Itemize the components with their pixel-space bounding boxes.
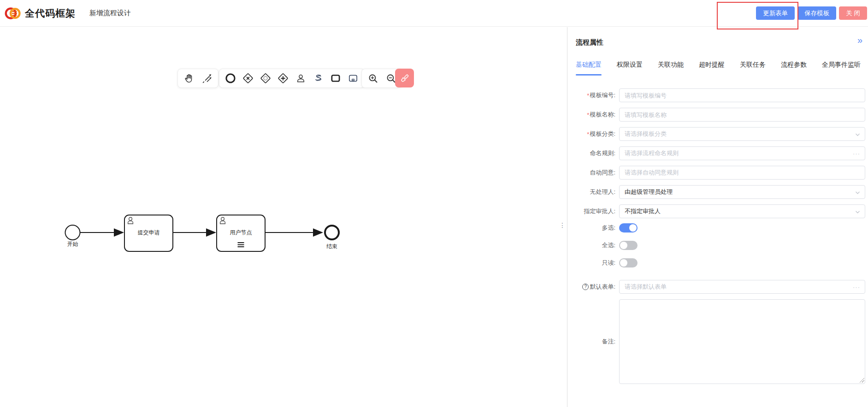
header-actions: 更新表单 保存模板 关 闭 xyxy=(756,6,867,20)
form-row: 自动同意: 请选择自动同意规则 xyxy=(576,166,865,180)
field-label: *模板分类: xyxy=(576,130,615,138)
form-row: 无处理人: 由超级管理员处理 xyxy=(576,185,865,199)
update-form-button[interactable]: 更新表单 xyxy=(756,6,795,20)
intermediate-event-gateway-icon[interactable] xyxy=(260,72,272,84)
template-code-input[interactable] xyxy=(619,88,865,102)
tab-related-function[interactable]: 关联功能 xyxy=(658,61,684,73)
tab-related-task[interactable]: 关联任务 xyxy=(740,61,766,73)
default-form-picker[interactable]: 请选择默认表单 ··· xyxy=(619,280,865,294)
start-event-node[interactable] xyxy=(65,225,80,240)
field-label: 指定审批人: xyxy=(576,207,615,215)
connection-tool-icon[interactable] xyxy=(201,72,213,84)
toolbar-group-cursor xyxy=(177,69,218,88)
form-row: ? 默认表单: 请选择默认表单 ··· xyxy=(576,280,865,294)
panel-tabs: 基础配置 权限设置 关联功能 超时提醒 关联任务 流程参数 全局事件监听 xyxy=(576,61,861,73)
start-event-icon[interactable] xyxy=(224,72,236,84)
form-row: *模板分类: 请选择模板分类 xyxy=(576,127,865,141)
multi-select-toggle[interactable] xyxy=(619,223,638,233)
task-icon[interactable] xyxy=(330,72,342,84)
form-row: 全选: xyxy=(576,237,865,254)
chevron-down-icon xyxy=(855,209,860,215)
task-label-user: 用户节点 xyxy=(230,229,252,236)
form-row: 命名规则: 请选择流程命名规则 ··· xyxy=(576,146,865,160)
no-handler-select[interactable]: 由超级管理员处理 xyxy=(619,185,865,199)
field-label: 无处理人: xyxy=(576,188,615,196)
template-name-input[interactable] xyxy=(619,108,865,122)
scroll-shape-icon[interactable] xyxy=(312,72,324,84)
basic-config-form: *模板编号: *模板名称: *模板分类: 请选择模板分类 命名规则: 请选择流程… xyxy=(576,88,865,390)
chevron-down-icon xyxy=(855,190,860,195)
tab-process-params[interactable]: 流程参数 xyxy=(781,61,807,73)
field-label: 多选: xyxy=(576,224,615,232)
field-label: 命名规则: xyxy=(576,149,615,157)
brand-logo-icon xyxy=(4,4,22,23)
properties-panel: 流程属性 » 基础配置 权限设置 关联功能 超时提醒 关联任务 流程参数 全局事… xyxy=(567,27,868,407)
field-label: *模板名称: xyxy=(576,110,615,119)
collapse-panel-icon[interactable]: » xyxy=(857,35,862,45)
tab-basic-config[interactable]: 基础配置 xyxy=(576,61,602,73)
tab-timeout-remind[interactable]: 超时提醒 xyxy=(699,61,725,73)
form-row: 只读: xyxy=(576,254,865,272)
bpmn-diagram: 开始 提交申请 用户节点 结束 xyxy=(55,209,350,262)
brush-icon xyxy=(399,73,410,84)
field-label: 只读: xyxy=(576,259,615,267)
required-mark: * xyxy=(587,111,589,118)
start-event-label: 开始 xyxy=(67,241,78,247)
flow-designer-page: 全代码框架 新增流程设计 更新表单 保存模板 关 闭 xyxy=(0,0,868,407)
field-label: 备注: xyxy=(576,337,615,346)
close-button[interactable]: 关 闭 xyxy=(839,6,867,20)
tab-global-event-listener[interactable]: 全局事件监听 xyxy=(822,61,861,73)
required-mark: * xyxy=(587,92,589,99)
task-label-submit: 提交申请 xyxy=(138,229,160,236)
ellipsis-icon: ··· xyxy=(853,150,860,157)
field-label: 全选: xyxy=(576,241,615,250)
field-label: ? 默认表单: xyxy=(576,283,615,291)
save-template-button[interactable]: 保存模板 xyxy=(797,6,836,20)
naming-rule-picker[interactable]: 请选择流程命名规则 ··· xyxy=(619,146,865,160)
form-row: *模板编号: xyxy=(576,88,865,102)
exclusive-gateway-icon[interactable] xyxy=(242,72,254,84)
select-all-toggle[interactable] xyxy=(619,241,638,250)
tab-permission[interactable]: 权限设置 xyxy=(617,61,643,73)
parallel-gateway-icon[interactable] xyxy=(277,72,289,84)
clear-brush-button[interactable] xyxy=(395,69,414,87)
help-question-icon[interactable]: ? xyxy=(582,284,589,290)
end-event-node[interactable] xyxy=(325,226,339,239)
user-task-icon[interactable] xyxy=(295,72,307,84)
page-title: 新增流程设计 xyxy=(89,9,131,17)
assigned-approver-select[interactable]: 不指定审批人 xyxy=(619,204,865,218)
collapsed-subprocess-icon[interactable] xyxy=(347,72,359,84)
hand-tool-icon[interactable] xyxy=(183,72,195,84)
panel-resize-handle[interactable]: ⋮ xyxy=(559,222,566,228)
bpmn-canvas[interactable]: 开始 提交申请 用户节点 结束 xyxy=(0,27,567,407)
end-event-label: 结束 xyxy=(326,243,337,250)
toolbar-group-palette xyxy=(219,69,365,88)
template-category-select[interactable]: 请选择模板分类 xyxy=(619,127,865,141)
remark-textarea[interactable] xyxy=(619,299,865,384)
auto-agree-picker[interactable]: 请选择自动同意规则 xyxy=(619,166,865,180)
read-only-toggle[interactable] xyxy=(619,258,638,267)
chevron-down-icon xyxy=(855,132,860,137)
top-header: 全代码框架 新增流程设计 更新表单 保存模板 关 闭 xyxy=(0,0,868,27)
form-row: *模板名称: xyxy=(576,108,865,122)
required-mark: * xyxy=(587,131,589,138)
field-label: 自动同意: xyxy=(576,169,615,177)
form-row: 备注: xyxy=(576,299,865,384)
form-row: 多选: xyxy=(576,219,865,237)
form-row: 指定审批人: 不指定审批人 xyxy=(576,204,865,218)
ellipsis-icon: ··· xyxy=(853,284,860,291)
panel-title: 流程属性 xyxy=(576,38,603,47)
brand-name: 全代码框架 xyxy=(25,7,76,20)
zoom-in-icon[interactable] xyxy=(367,72,379,84)
field-label: *模板编号: xyxy=(576,91,615,99)
